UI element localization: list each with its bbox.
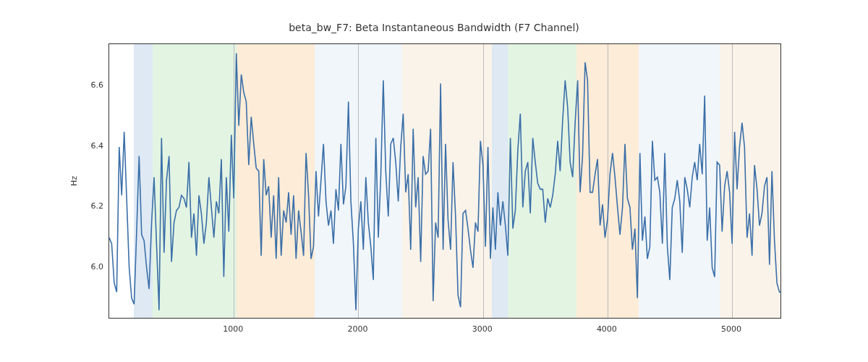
- xtick-label: 3000: [472, 324, 493, 334]
- xtick-label: 2000: [347, 324, 367, 334]
- xtick-label: 4000: [597, 324, 617, 334]
- chart-container: 10002000300040005000 6.06.26.46.6 Time(s…: [109, 43, 781, 319]
- ytick-mark: [109, 268, 109, 269]
- ytick-label: 6.0: [76, 262, 103, 272]
- ytick-label: 6.6: [76, 80, 103, 90]
- ytick-mark: [109, 207, 109, 208]
- chart-title: beta_bw_F7: Beta Instantaneous Bandwidth…: [0, 22, 868, 33]
- line-series: [109, 44, 781, 319]
- ytick-mark: [109, 86, 109, 87]
- ytick-label: 6.2: [76, 201, 103, 211]
- xtick-label: 5000: [721, 324, 741, 334]
- y-axis-label: Hz: [69, 176, 79, 186]
- ytick-label: 6.4: [76, 141, 103, 151]
- ytick-mark: [109, 147, 109, 148]
- xtick-label: 1000: [223, 324, 243, 334]
- plot-area: [109, 43, 781, 319]
- series-line: [109, 54, 781, 311]
